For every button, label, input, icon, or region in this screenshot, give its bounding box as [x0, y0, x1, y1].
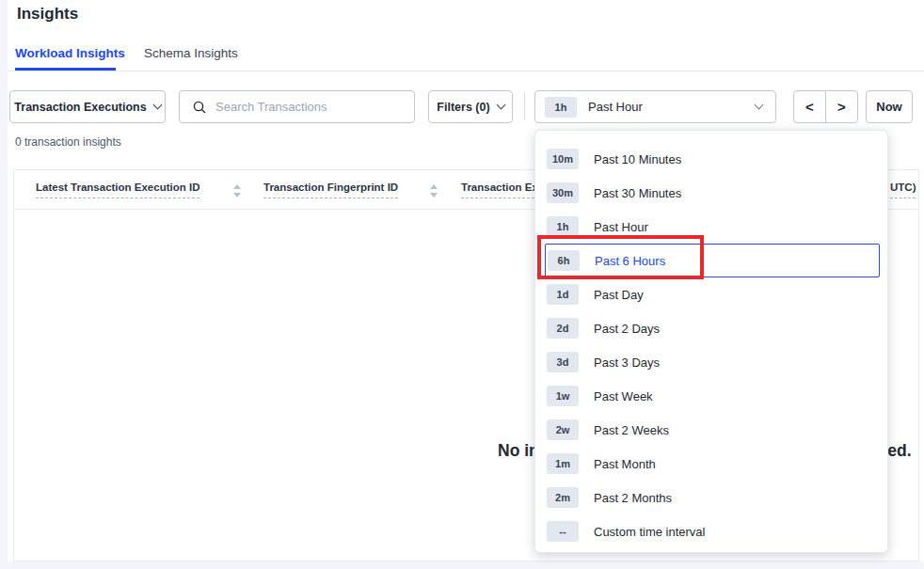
sort-icon[interactable]	[430, 184, 438, 198]
time-prev-button[interactable]: <	[793, 90, 826, 123]
time-option-past-month[interactable]: 1m Past Month	[535, 447, 887, 481]
time-range-label: Past Hour	[588, 100, 744, 114]
chevron-down-icon	[755, 101, 764, 110]
tab-workload-insights[interactable]: Workload Insights	[15, 46, 125, 60]
time-option-badge: 3d	[547, 352, 579, 372]
toolbar-divider	[524, 93, 525, 120]
time-option-badge: 1h	[547, 216, 579, 237]
time-option-label: Past 2 Weeks	[594, 423, 669, 437]
chevron-down-icon	[152, 101, 162, 110]
time-option-label: Past 30 Minutes	[594, 186, 681, 200]
page-title: Insights	[17, 5, 78, 24]
time-option-label: Custom time interval	[594, 525, 705, 539]
insights-page: Insights Workload Insights Schema Insigh…	[0, 0, 924, 569]
time-next-button[interactable]: >	[825, 90, 858, 123]
time-range-badge: 1h	[545, 97, 577, 118]
time-option-badge: 2w	[547, 419, 579, 440]
search-input[interactable]	[215, 100, 394, 114]
chevron-down-icon	[496, 101, 505, 110]
time-option-past-2-weeks[interactable]: 2w Past 2 Weeks	[535, 413, 887, 447]
insights-count: 0 transaction insights	[15, 135, 121, 149]
time-option-past-10-minutes[interactable]: 10m Past 10 Minutes	[535, 142, 887, 176]
time-range-dropdown: 10m Past 10 Minutes 30m Past 30 Minutes …	[534, 130, 888, 553]
time-nav-group: < >	[793, 90, 858, 123]
time-option-past-30-minutes[interactable]: 30m Past 30 Minutes	[535, 176, 887, 210]
tab-schema-insights[interactable]: Schema Insights	[144, 46, 238, 60]
time-option-badge: 10m	[547, 149, 579, 169]
time-option-badge: 1w	[547, 386, 579, 406]
time-option-badge: 1d	[547, 284, 579, 305]
time-option-label: Past 2 Days	[594, 322, 660, 336]
time-option-past-week[interactable]: 1w Past Week	[535, 379, 887, 413]
time-option-past-2-days[interactable]: 2d Past 2 Days	[535, 311, 887, 345]
column-header-txn-execution[interactable]: Transaction Ex	[461, 182, 534, 198]
now-button[interactable]: Now	[866, 90, 913, 123]
time-option-badge: --	[547, 521, 579, 542]
sort-icon[interactable]	[233, 184, 242, 198]
time-option-label: Past 2 Months	[594, 491, 672, 505]
search-transactions-box[interactable]	[179, 90, 415, 123]
time-option-label: Past 3 Days	[594, 356, 660, 370]
time-option-past-6-hours[interactable]: 6h Past 6 Hours	[545, 244, 880, 277]
time-option-label: Past Hour	[594, 220, 648, 234]
time-option-past-day[interactable]: 1d Past Day	[535, 277, 887, 311]
search-icon	[193, 101, 206, 114]
time-option-badge: 1m	[547, 453, 579, 474]
transaction-type-label: Transaction Executions	[14, 101, 146, 114]
time-option-badge: 30m	[547, 182, 579, 203]
time-option-label: Past Day	[594, 288, 644, 302]
column-header-start-time-utc[interactable]: UTC)	[890, 182, 916, 198]
tabs-divider	[8, 71, 924, 71]
time-option-label: Past Week	[594, 389, 653, 403]
time-range-select[interactable]: 1h Past Hour	[534, 90, 776, 123]
time-option-past-hour[interactable]: 1h Past Hour	[535, 210, 887, 244]
time-option-label: Past Month	[594, 457, 656, 471]
time-option-label: Past 6 Hours	[595, 254, 665, 268]
time-option-past-2-months[interactable]: 2m Past 2 Months	[535, 481, 887, 514]
time-option-custom-interval[interactable]: -- Custom time interval	[535, 514, 887, 548]
column-header-latest-txn-exec-id[interactable]: Latest Transaction Execution ID	[36, 182, 199, 198]
time-option-badge: 2m	[547, 487, 579, 508]
column-header-txn-fingerprint-id[interactable]: Transaction Fingerprint ID	[263, 182, 398, 198]
time-option-badge: 6h	[548, 250, 580, 271]
page-background-strip	[0, 561, 924, 569]
filters-label: Filters (0)	[437, 101, 489, 114]
filters-button[interactable]: Filters (0)	[428, 90, 513, 123]
time-option-badge: 2d	[547, 318, 579, 339]
transaction-type-select[interactable]: Transaction Executions	[9, 90, 166, 123]
time-option-label: Past 10 Minutes	[594, 152, 681, 166]
time-option-past-3-days[interactable]: 3d Past 3 Days	[535, 345, 887, 379]
